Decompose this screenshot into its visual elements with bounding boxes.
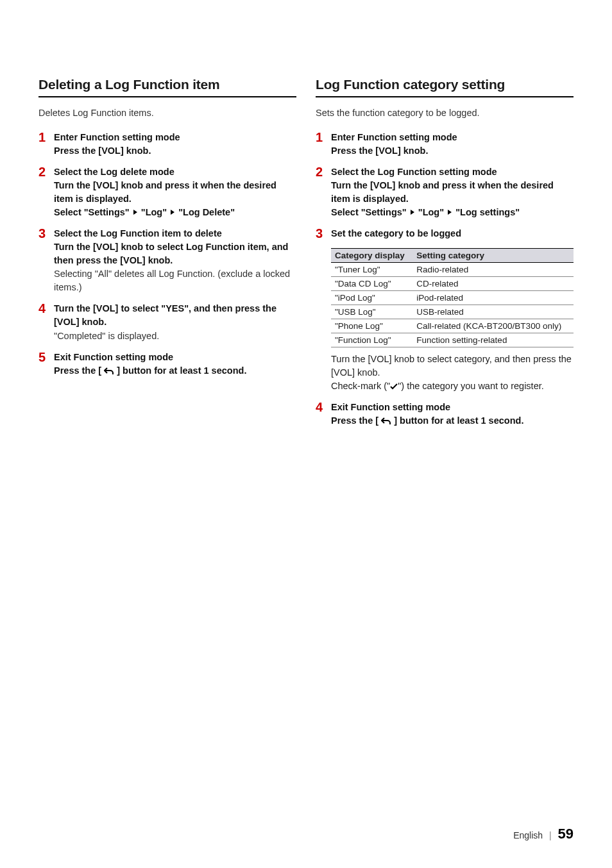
step-number: 1 bbox=[316, 131, 327, 144]
step-body: Enter Function setting modePress the [VO… bbox=[331, 131, 574, 158]
step-body: Turn the [VOL] to select "YES", and then… bbox=[54, 302, 296, 342]
step-body: Set the category to be logged bbox=[331, 227, 574, 240]
step-number: 5 bbox=[38, 351, 50, 363]
arrow-icon bbox=[446, 207, 453, 217]
table-cell: "USB Log" bbox=[331, 305, 412, 319]
svg-marker-1 bbox=[171, 210, 174, 215]
table-row: "Tuner Log"Radio-related bbox=[331, 263, 574, 277]
intro-right: Sets the function category to be logged. bbox=[316, 106, 574, 119]
table-row: "iPod Log"iPod-related bbox=[331, 291, 574, 305]
step: 2Select the Log delete modeTurn the [VOL… bbox=[38, 165, 296, 219]
table-row: "USB Log"USB-related bbox=[331, 305, 574, 319]
step-body: Enter Function setting modePress the [VO… bbox=[54, 131, 296, 158]
table-cell: iPod-related bbox=[412, 291, 574, 305]
right-column: Log Function category setting Sets the f… bbox=[316, 77, 574, 435]
step-number: 4 bbox=[38, 302, 50, 315]
back-icon bbox=[104, 365, 114, 376]
table-cell: Radio-related bbox=[412, 263, 574, 277]
section-title-right: Log Function category setting bbox=[316, 77, 574, 97]
step-number: 2 bbox=[38, 165, 50, 178]
step-number: 1 bbox=[38, 131, 50, 144]
table-cell: "Data CD Log" bbox=[331, 277, 412, 291]
table-cell: Function setting-related bbox=[412, 333, 574, 347]
step: 1Enter Function setting modePress the [V… bbox=[316, 131, 574, 158]
step-body: Select the Log Function setting modeTurn… bbox=[331, 165, 574, 219]
step-body: Exit Function setting modePress the [ ] … bbox=[331, 401, 574, 428]
step-body: Select the Log delete modeTurn the [VOL]… bbox=[54, 165, 296, 219]
table-row: "Phone Log"Call-related (KCA-BT200/BT300… bbox=[331, 319, 574, 333]
steps-right-1-3: 1Enter Function setting modePress the [V… bbox=[316, 131, 574, 240]
svg-marker-0 bbox=[133, 210, 137, 215]
category-table: Category display Setting category "Tuner… bbox=[331, 248, 574, 347]
back-icon bbox=[381, 415, 391, 426]
step: 3Select the Log Function item to deleteT… bbox=[38, 227, 296, 294]
footer-separator: | bbox=[549, 830, 552, 840]
step: 1Enter Function setting modePress the [V… bbox=[38, 131, 296, 158]
arrow-icon bbox=[169, 207, 176, 217]
step-number: 2 bbox=[316, 165, 327, 178]
step: 4Exit Function setting modePress the [ ]… bbox=[316, 401, 574, 428]
step-number: 3 bbox=[38, 227, 50, 240]
step: 3Set the category to be logged bbox=[316, 227, 574, 240]
step-number: 3 bbox=[316, 227, 327, 240]
table-row: "Data CD Log"CD-related bbox=[331, 277, 574, 291]
step: 2Select the Log Function setting modeTur… bbox=[316, 165, 574, 219]
check-icon bbox=[390, 381, 398, 391]
steps-left: 1Enter Function setting modePress the [V… bbox=[38, 131, 296, 377]
table-cell: "iPod Log" bbox=[331, 291, 412, 305]
table-cell: CD-related bbox=[412, 277, 574, 291]
step-body: Select the Log Function item to deleteTu… bbox=[54, 227, 296, 294]
left-column: Deleting a Log Function item Deletes Log… bbox=[38, 77, 296, 435]
footer-language: English bbox=[513, 830, 543, 840]
section-title-left: Deleting a Log Function item bbox=[38, 77, 296, 97]
table-row: "Function Log"Function setting-related bbox=[331, 333, 574, 347]
table-header-setting-category: Setting category bbox=[412, 249, 574, 263]
table-cell: Call-related (KCA-BT200/BT300 only) bbox=[412, 319, 574, 333]
table-cell: "Phone Log" bbox=[331, 319, 412, 333]
page-footer: English | 59 bbox=[513, 826, 574, 842]
arrow-icon bbox=[409, 207, 416, 217]
table-cell: "Tuner Log" bbox=[331, 263, 412, 277]
svg-marker-3 bbox=[448, 210, 452, 215]
page-content: Deleting a Log Function item Deletes Log… bbox=[0, 0, 612, 461]
after-table-text: Turn the [VOL] knob to select category, … bbox=[331, 353, 574, 393]
table-body: "Tuner Log"Radio-related"Data CD Log"CD-… bbox=[331, 263, 574, 347]
svg-marker-2 bbox=[411, 210, 414, 215]
step-body: Exit Function setting modePress the [ ] … bbox=[54, 351, 296, 378]
footer-page-number: 59 bbox=[558, 826, 574, 842]
step-4-right: 4Exit Function setting modePress the [ ]… bbox=[316, 401, 574, 428]
table-header-row: Category display Setting category bbox=[331, 249, 574, 263]
intro-left: Deletes Log Function items. bbox=[38, 106, 296, 119]
step-number: 4 bbox=[316, 401, 327, 413]
arrow-icon bbox=[132, 207, 139, 217]
table-cell: USB-related bbox=[412, 305, 574, 319]
table-header-category-display: Category display bbox=[331, 249, 412, 263]
step: 5Exit Function setting modePress the [ ]… bbox=[38, 351, 296, 378]
step: 4Turn the [VOL] to select "YES", and the… bbox=[38, 302, 296, 342]
table-cell: "Function Log" bbox=[331, 333, 412, 347]
